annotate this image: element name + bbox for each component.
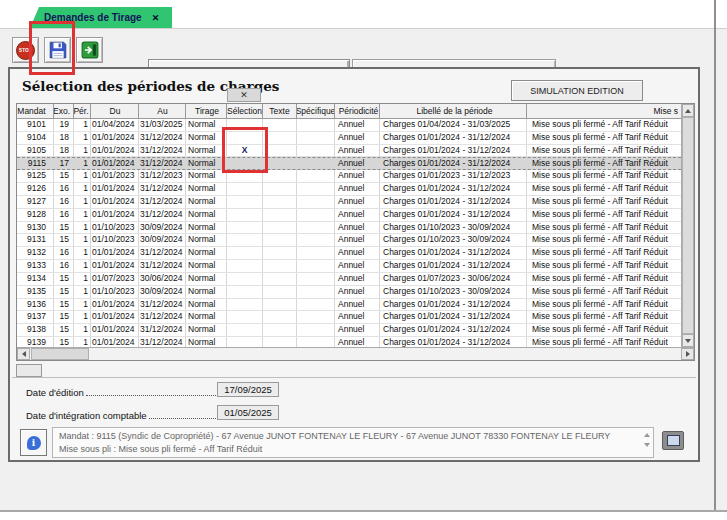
simulation-edition-button[interactable]: SIMULATION EDITION bbox=[511, 80, 643, 101]
scroll-left-icon[interactable] bbox=[17, 348, 30, 360]
cell-mise: Mise sous pli fermé - Aff Tarif Réduit bbox=[527, 183, 681, 195]
table-row[interactable]: 911517101/01/202431/12/2024NormalAnnuelC… bbox=[17, 157, 681, 170]
cell-specifique bbox=[297, 273, 335, 285]
cell-du: 01/01/2024 bbox=[91, 209, 139, 221]
column-header-exo[interactable]: Exo. bbox=[54, 104, 74, 118]
cell-specifique bbox=[297, 299, 335, 311]
cell-exo: 16 bbox=[54, 183, 74, 195]
table-row[interactable]: 913316101/01/202431/12/2024NormalAnnuelC… bbox=[17, 260, 681, 273]
cell-periodicite: Annuel bbox=[335, 145, 380, 157]
cell-texte bbox=[263, 132, 297, 144]
panel-close-button[interactable]: ✕ bbox=[227, 88, 261, 102]
exit-button[interactable] bbox=[76, 37, 103, 63]
column-header-texte[interactable]: Texte bbox=[263, 104, 297, 118]
cell-texte bbox=[263, 247, 297, 259]
column-header-mise[interactable]: Mise s bbox=[527, 104, 681, 118]
cell-mise: Mise sous pli fermé - Aff Tarif Réduit bbox=[527, 145, 681, 157]
scroll-down-icon[interactable] bbox=[682, 334, 694, 347]
column-header-au[interactable]: Au bbox=[139, 104, 186, 118]
table-row[interactable]: 913515101/10/202330/09/2024NormalAnnuelC… bbox=[17, 286, 681, 299]
cell-exo: 16 bbox=[54, 209, 74, 221]
table-row[interactable]: 912616101/01/202431/12/2024NormalAnnuelC… bbox=[17, 183, 681, 196]
cell-au: 31/12/2024 bbox=[139, 209, 186, 221]
cell-libelle: Charges 01/04/2024 - 31/03/2025 bbox=[380, 119, 527, 131]
table-row[interactable]: 913715101/01/202431/12/2024NormalAnnuelC… bbox=[17, 311, 681, 324]
cell-mise: Mise sous pli fermé - Aff Tarif Réduit bbox=[527, 247, 681, 259]
mini-scroll-up-icon[interactable] bbox=[644, 433, 650, 437]
tab-close-icon[interactable]: ✕ bbox=[152, 13, 160, 23]
table-row[interactable]: 913015101/10/202330/09/2024NormalAnnuelC… bbox=[17, 222, 681, 235]
table-row[interactable]: 913415101/07/202330/06/2024NormalAnnuelC… bbox=[17, 273, 681, 286]
cell-periodicite: Annuel bbox=[335, 260, 380, 272]
cell-texte bbox=[263, 299, 297, 311]
status-scroll-arrows[interactable] bbox=[644, 433, 650, 447]
cell-au: 31/12/2023 bbox=[139, 170, 186, 182]
table-row[interactable]: 910119101/04/202431/03/2025NormalAnnuelC… bbox=[17, 119, 681, 132]
document-tab-demandes-de-tirage[interactable]: Demandes de Tirage ✕ bbox=[30, 7, 172, 28]
table-row[interactable]: 913216101/01/202431/12/2024NormalAnnuelC… bbox=[17, 247, 681, 260]
edition-date-field[interactable]: 17/09/2025 bbox=[217, 382, 279, 397]
cell-exo: 16 bbox=[54, 247, 74, 259]
exit-icon bbox=[81, 41, 99, 59]
cell-periodicite: Annuel bbox=[335, 170, 380, 182]
column-header-per[interactable]: Pér. bbox=[74, 104, 91, 118]
column-header-selection[interactable]: Sélection bbox=[227, 104, 263, 118]
status-box: Mandat : 9115 (Syndic de Copropriété) - … bbox=[52, 427, 654, 458]
horizontal-scrollbar[interactable] bbox=[17, 347, 694, 360]
cell-du: 01/01/2024 bbox=[91, 260, 139, 272]
column-header-libelle[interactable]: Libellé de la période bbox=[380, 104, 527, 118]
table-row[interactable]: 910418101/01/202431/12/2024NormalAnnuelC… bbox=[17, 132, 681, 145]
cell-texte bbox=[263, 119, 297, 131]
cell-selection bbox=[227, 222, 263, 234]
cell-libelle: Charges 01/01/2024 - 31/12/2024 bbox=[380, 311, 527, 323]
table-row[interactable]: 910518101/01/202431/12/2024NormalXAnnuel… bbox=[17, 145, 681, 158]
scroll-up-icon[interactable] bbox=[682, 104, 694, 117]
column-header-specifique[interactable]: Spécifique bbox=[297, 104, 335, 118]
column-header-tirage[interactable]: Tirage bbox=[186, 104, 227, 118]
cell-au: 31/12/2024 bbox=[139, 158, 186, 169]
table-row[interactable]: 912816101/01/202431/12/2024NormalAnnuelC… bbox=[17, 209, 681, 222]
cell-per: 1 bbox=[74, 119, 91, 131]
cell-selection bbox=[227, 273, 263, 285]
cell-tirage: Normal bbox=[186, 209, 227, 221]
table-row[interactable]: 913815101/01/202431/12/2024NormalAnnuelC… bbox=[17, 324, 681, 337]
cell-mise: Mise sous pli fermé - Aff Tarif Réduit bbox=[527, 209, 681, 221]
bottom-divider bbox=[0, 510, 727, 520]
table-row[interactable]: 912716101/01/202431/12/2024NormalAnnuelC… bbox=[17, 196, 681, 209]
cell-tirage: Normal bbox=[186, 170, 227, 182]
table-row[interactable]: 913615101/01/202431/12/2024NormalAnnuelC… bbox=[17, 299, 681, 312]
cell-au: 31/12/2024 bbox=[139, 311, 186, 323]
stop-button[interactable]: STOP bbox=[12, 37, 39, 63]
save-button[interactable] bbox=[44, 37, 71, 63]
preview-button[interactable] bbox=[662, 431, 684, 450]
cell-tirage: Normal bbox=[186, 311, 227, 323]
integration-date-field[interactable]: 01/05/2025 bbox=[217, 405, 279, 420]
cell-au: 31/12/2024 bbox=[139, 145, 186, 157]
cell-libelle: Charges 01/01/2024 - 31/12/2024 bbox=[380, 196, 527, 208]
table-row[interactable]: 912515101/01/202331/12/2023NormalAnnuelC… bbox=[17, 170, 681, 183]
cell-selection: X bbox=[227, 145, 263, 157]
cell-libelle: Charges 01/01/2024 - 31/12/2024 bbox=[380, 299, 527, 311]
horizontal-scroll-thumb[interactable] bbox=[31, 348, 89, 360]
edition-date-label: Date d'édition bbox=[26, 387, 84, 398]
cell-du: 01/01/2024 bbox=[91, 311, 139, 323]
cell-exo: 17 bbox=[54, 158, 74, 169]
cell-mise: Mise sous pli fermé - Aff Tarif Réduit bbox=[527, 299, 681, 311]
info-button[interactable]: i bbox=[20, 429, 47, 456]
column-header-mandat[interactable]: Mandat bbox=[17, 104, 54, 118]
scroll-right-icon[interactable] bbox=[681, 348, 694, 360]
cell-texte bbox=[263, 234, 297, 246]
cell-du: 01/10/2023 bbox=[91, 222, 139, 234]
vertical-scroll-thumb[interactable] bbox=[682, 117, 694, 334]
cell-du: 01/01/2024 bbox=[91, 183, 139, 195]
cell-specifique bbox=[297, 196, 335, 208]
mini-scroll-down-icon[interactable] bbox=[644, 443, 650, 447]
vertical-scrollbar[interactable] bbox=[681, 104, 694, 347]
cell-libelle: Charges 01/10/2023 - 30/09/2024 bbox=[380, 286, 527, 298]
column-header-du[interactable]: Du bbox=[91, 104, 139, 118]
column-header-periodicite[interactable]: Périodicité bbox=[335, 104, 380, 118]
table-row[interactable]: 913115101/10/202330/09/2024NormalAnnuelC… bbox=[17, 234, 681, 247]
cell-specifique bbox=[297, 260, 335, 272]
cell-per: 1 bbox=[74, 247, 91, 259]
cell-au: 31/12/2024 bbox=[139, 196, 186, 208]
